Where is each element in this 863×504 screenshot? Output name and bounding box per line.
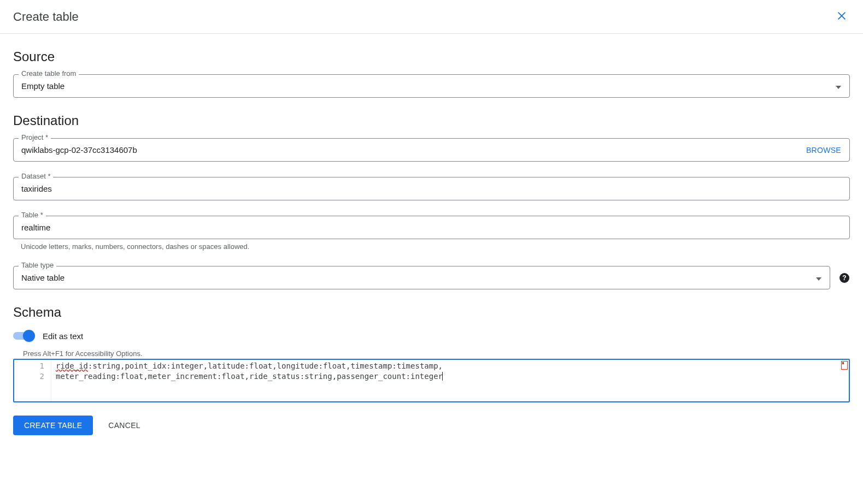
table-type-select[interactable]: Native table [13, 266, 830, 289]
create-from-label: Create table from [19, 69, 79, 78]
source-heading: Source [13, 49, 850, 64]
schema-heading: Schema [13, 305, 850, 320]
dialog-title: Create table [13, 10, 79, 24]
text-cursor [442, 372, 443, 381]
code-token: :string,point_idx:integer,latitude:float… [88, 361, 443, 370]
dataset-input[interactable] [13, 177, 850, 200]
cancel-button[interactable]: CANCEL [108, 421, 140, 430]
toggle-knob [23, 330, 35, 342]
help-icon[interactable]: ? [839, 272, 850, 283]
edit-as-text-toggle[interactable] [13, 330, 35, 342]
project-input[interactable] [13, 138, 850, 162]
project-label: Project * [19, 133, 51, 141]
accessibility-hint: Press Alt+F1 for Accessibility Options. [13, 349, 850, 358]
close-icon [836, 10, 848, 23]
create-from-select[interactable]: Empty table [13, 74, 850, 98]
dialog-footer: CREATE TABLE CANCEL [0, 402, 863, 448]
table-helper-text: Unicode letters, marks, numbers, connect… [13, 242, 850, 251]
dialog-header: Create table [0, 0, 863, 34]
code-token: meter_reading:float,meter_increment:floa… [56, 372, 443, 381]
close-button[interactable] [833, 8, 850, 26]
table-type-label: Table type [19, 261, 56, 269]
code-token: ride_id [56, 361, 88, 370]
svg-text:?: ? [842, 274, 846, 282]
editor-minimap-marker [841, 361, 848, 370]
line-number: 1 [21, 361, 44, 371]
table-input[interactable] [13, 216, 850, 239]
edit-as-text-label: Edit as text [43, 331, 83, 341]
dataset-label: Dataset * [19, 172, 53, 180]
editor-gutter: 1 2 [14, 360, 51, 401]
table-type-value: Native table [21, 273, 64, 282]
schema-text-editor[interactable]: 1 2 ride_id:string,point_idx:integer,lat… [13, 359, 850, 402]
line-number: 2 [21, 371, 44, 382]
browse-button[interactable]: BROWSE [806, 146, 841, 155]
create-from-value: Empty table [21, 81, 64, 91]
create-table-button[interactable]: CREATE TABLE [13, 416, 93, 435]
destination-heading: Destination [13, 113, 850, 128]
table-label: Table * [19, 211, 46, 219]
editor-code[interactable]: ride_id:string,point_idx:integer,latitud… [51, 360, 849, 401]
